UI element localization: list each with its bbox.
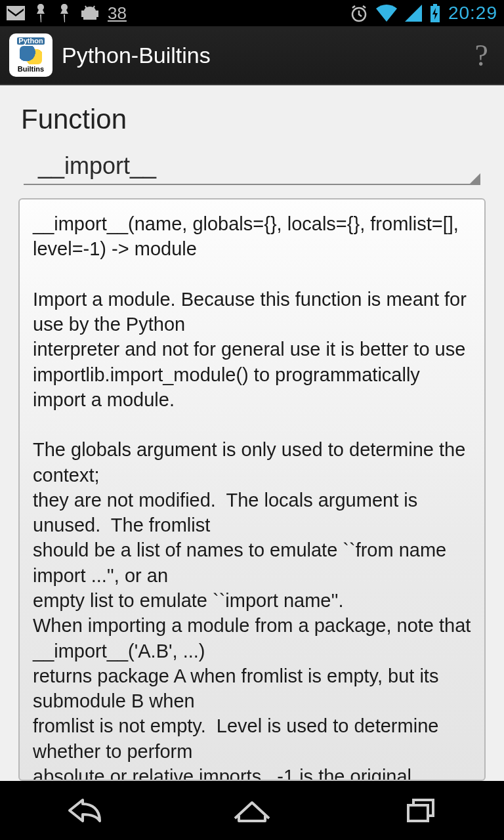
- recent-apps-button[interactable]: [381, 791, 459, 830]
- status-bar: 38 20:29: [0, 0, 504, 26]
- status-left: 38: [7, 3, 127, 24]
- home-button[interactable]: [213, 791, 291, 830]
- app-title: Python-Builtins: [62, 43, 459, 68]
- app-icon[interactable]: Python Builtins: [9, 33, 52, 77]
- navigation-bar: [0, 781, 504, 840]
- pushpin-icon-2: [56, 4, 72, 22]
- svg-rect-2: [433, 4, 437, 6]
- documentation-text[interactable]: __import__(name, globals={}, locals={}, …: [18, 198, 486, 781]
- status-clock: 20:29: [448, 3, 497, 24]
- svg-rect-3: [408, 805, 428, 821]
- alarm-icon: [350, 4, 368, 22]
- spinner-value: __import__: [38, 152, 476, 180]
- android-icon: [80, 5, 100, 22]
- wifi-icon: [376, 5, 397, 22]
- gmail-icon: [7, 6, 25, 20]
- function-spinner[interactable]: __import__: [24, 147, 480, 185]
- help-button[interactable]: ?: [469, 38, 495, 73]
- notification-count: 38: [108, 3, 127, 24]
- signal-icon: [405, 5, 422, 22]
- battery-charging-icon: [430, 4, 440, 22]
- action-bar: Python Builtins Python-Builtins ?: [0, 26, 504, 85]
- back-button[interactable]: [45, 791, 123, 830]
- content-area: Function __import__ __import__(name, glo…: [0, 85, 504, 781]
- status-right: 20:29: [350, 3, 497, 24]
- pushpin-icon: [33, 4, 49, 22]
- section-header: Function: [21, 104, 488, 135]
- chevron-down-icon: [470, 173, 480, 184]
